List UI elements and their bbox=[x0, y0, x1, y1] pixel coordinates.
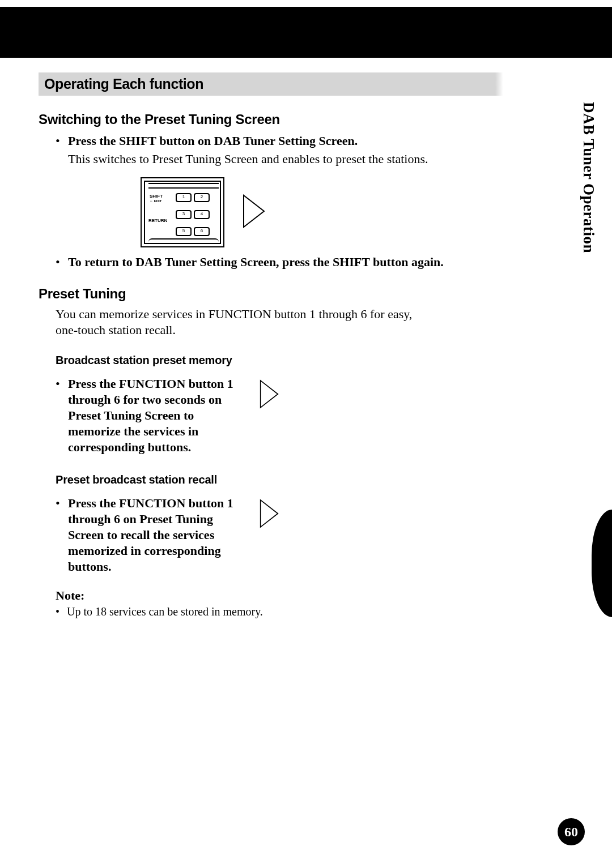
note-heading: Note: bbox=[56, 588, 503, 603]
return-label: RETURN bbox=[148, 218, 167, 223]
remote-btn-5: 5 bbox=[176, 227, 192, 236]
bullet-desc: This switches to Preset Tuning Screen an… bbox=[68, 151, 503, 167]
remote-btn-2: 2 bbox=[194, 193, 210, 202]
section-header-row: Operating Each function bbox=[39, 72, 503, 96]
remote-btn-6: 6 bbox=[194, 227, 210, 236]
svg-marker-0 bbox=[244, 195, 264, 227]
heading-broadcast-memory: Broadcast station preset memory bbox=[56, 354, 503, 367]
heading-broadcast-recall: Preset broadcast station recall bbox=[56, 473, 503, 486]
svg-marker-1 bbox=[261, 380, 278, 408]
bullet-dot: • bbox=[56, 133, 68, 149]
bullet-dot: • bbox=[56, 376, 68, 392]
bullet-memory: • Press the FUNCTION button 1 through 6 … bbox=[56, 376, 243, 455]
svg-marker-2 bbox=[261, 500, 278, 527]
arrow-right-icon bbox=[243, 194, 265, 228]
bullet-text: Press the FUNCTION button 1 through 6 on… bbox=[68, 495, 243, 575]
page-number: 60 bbox=[558, 818, 585, 845]
bullet-dot: • bbox=[56, 604, 67, 619]
preset-intro: You can memorize services in FUNCTION bu… bbox=[56, 306, 413, 338]
row-recall: • Press the FUNCTION button 1 through 6 … bbox=[39, 490, 503, 577]
remote-screen-slot bbox=[148, 183, 219, 189]
bullet-dot: • bbox=[56, 254, 68, 270]
remote-bottom-curve bbox=[148, 238, 219, 243]
row-memory: • Press the FUNCTION button 1 through 6 … bbox=[39, 370, 503, 457]
arrow-right-icon bbox=[260, 498, 279, 529]
shift-label: SHIFT bbox=[150, 194, 163, 199]
bullet-recall: • Press the FUNCTION button 1 through 6 … bbox=[56, 495, 243, 575]
subsection-preset: Preset Tuning bbox=[39, 286, 503, 302]
bullet-text: To return to DAB Tuner Setting Screen, p… bbox=[68, 254, 444, 270]
header-black-band bbox=[0, 7, 612, 58]
subsection-switching: Switching to the Preset Tuning Screen bbox=[39, 112, 503, 127]
note-text: Up to 18 services can be stored in memor… bbox=[67, 604, 263, 619]
remote-btn-1: 1 bbox=[176, 193, 192, 202]
bullet-text: Press the FUNCTION button 1 through 6 fo… bbox=[68, 376, 243, 455]
bullet-dot: • bbox=[56, 495, 68, 511]
section-header: Operating Each function bbox=[39, 72, 495, 96]
bullet-shift: • Press the SHIFT button on DAB Tuner Se… bbox=[56, 133, 503, 149]
page-content: Operating Each function Switching to the… bbox=[39, 72, 503, 619]
section-header-fade bbox=[495, 72, 503, 96]
thumb-index-icon bbox=[592, 510, 612, 617]
bullet-return: • To return to DAB Tuner Setting Screen,… bbox=[56, 254, 503, 270]
side-tab-label: DAB Tuner Operation bbox=[580, 102, 597, 253]
note-item: • Up to 18 services can be stored in mem… bbox=[56, 604, 503, 619]
remote-figure: SHIFT ↔ EDIT RETURN 1 2 3 4 5 6 bbox=[141, 177, 311, 245]
remote-btn-3: 3 bbox=[176, 210, 192, 219]
side-tab: DAB Tuner Operation bbox=[571, 96, 612, 617]
shift-sub-label: ↔ EDIT bbox=[150, 199, 162, 203]
remote-body: SHIFT ↔ EDIT RETURN 1 2 3 4 5 6 bbox=[141, 177, 224, 247]
remote-btn-4: 4 bbox=[194, 210, 210, 219]
bullet-text: Press the SHIFT button on DAB Tuner Sett… bbox=[68, 133, 358, 149]
arrow-right-icon bbox=[260, 378, 279, 410]
